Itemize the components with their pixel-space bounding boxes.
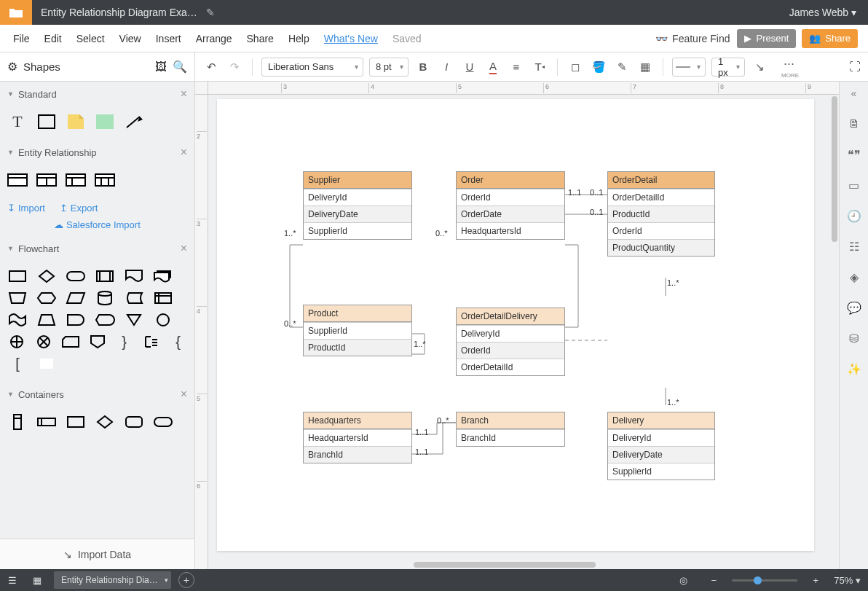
present-icon[interactable]: ▭: [845, 176, 863, 194]
section-flowchart[interactable]: ▼Flowchart×: [0, 236, 194, 261]
line-width-select[interactable]: 1 px: [711, 58, 745, 77]
er-shape-4[interactable]: [95, 172, 115, 188]
zoom-in-button[interactable]: +: [803, 569, 828, 591]
menu-view[interactable]: View: [112, 33, 149, 44]
menu-edit[interactable]: Edit: [37, 33, 69, 44]
zoom-level[interactable]: 75% ▾: [834, 575, 861, 586]
quotes-icon[interactable]: ❝❞: [845, 146, 863, 163]
cont-lane-v[interactable]: [7, 414, 28, 430]
shape-fill-button[interactable]: ◻: [567, 58, 584, 76]
user-menu[interactable]: James Webb ▾: [778, 7, 868, 18]
er-shape-2[interactable]: [36, 172, 57, 188]
bold-button[interactable]: B: [414, 58, 432, 76]
entity-odd[interactable]: OrderDetailDelivery DeliveryId OrderId O…: [456, 308, 565, 376]
section-containers[interactable]: ▼Containers×: [0, 382, 194, 407]
magic-icon[interactable]: ✨: [845, 360, 863, 377]
rect-shape[interactable]: [36, 114, 57, 130]
collapse-dock-icon[interactable]: «: [848, 85, 860, 102]
entity-delivery[interactable]: Delivery DeliveryId DeliveryDate Supplie…: [607, 412, 715, 480]
edit-title-icon[interactable]: ✎: [206, 7, 215, 18]
font-size-select[interactable]: 8 pt: [369, 58, 409, 77]
font-select[interactable]: Liberation Sans: [261, 58, 363, 77]
fc-terminator[interactable]: [66, 268, 86, 284]
undo-button[interactable]: ↶: [202, 58, 220, 76]
menu-select[interactable]: Select: [69, 33, 112, 44]
menu-help[interactable]: Help: [281, 33, 317, 44]
menu-file[interactable]: File: [6, 33, 37, 44]
fc-brace-r[interactable]: }: [115, 334, 133, 350]
fc-merge[interactable]: [124, 312, 144, 328]
fc-predef[interactable]: [95, 268, 115, 284]
add-page-button[interactable]: +: [178, 572, 194, 588]
section-standard[interactable]: ▼Standard×: [0, 82, 194, 106]
entity-supplier[interactable]: Supplier DeliveryId DeliveryDate Supplie…: [303, 171, 412, 240]
zoom-slider[interactable]: [732, 579, 797, 582]
text-options-button[interactable]: T◂: [531, 58, 548, 76]
fc-delay[interactable]: [66, 312, 86, 328]
text-color-button[interactable]: A: [484, 58, 502, 76]
data-icon[interactable]: ⛁: [845, 329, 863, 347]
entity-order[interactable]: Order OrderId OrderDate HeadquartersId: [456, 171, 565, 240]
fc-brace-l[interactable]: {: [169, 334, 187, 350]
share-button[interactable]: 👥 Share: [802, 29, 858, 48]
fc-note[interactable]: [142, 334, 160, 350]
fc-hex[interactable]: [36, 290, 57, 306]
fc-offpage[interactable]: [88, 334, 106, 350]
export-action[interactable]: ↥ Export: [60, 203, 98, 214]
close-icon[interactable]: ×: [181, 388, 187, 401]
redo-button[interactable]: ↷: [226, 58, 243, 76]
fill-color-button[interactable]: 🪣: [590, 58, 607, 76]
fc-multidoc[interactable]: [153, 268, 173, 284]
er-shape-3[interactable]: [66, 172, 86, 188]
section-er[interactable]: ▼Entity Relationship×: [0, 140, 194, 165]
grid-view-icon[interactable]: ▦: [25, 569, 50, 591]
text-shape[interactable]: T: [7, 114, 28, 130]
canvas-page[interactable]: Supplier DeliveryId DeliveryDate Supplie…: [217, 99, 814, 551]
fc-card[interactable]: [61, 334, 79, 350]
entity-orderdetail[interactable]: OrderDetail OrderDetailId ProductId Orde…: [607, 171, 715, 257]
fc-internal[interactable]: [153, 290, 173, 306]
fc-tape[interactable]: [7, 312, 28, 328]
present-button[interactable]: ▶ Present: [737, 29, 796, 48]
fullscreen-button[interactable]: ⛶: [849, 60, 861, 74]
page-tab[interactable]: Entity Relationship Dia…: [54, 571, 171, 589]
fc-blank[interactable]: [36, 356, 57, 372]
menu-arrange[interactable]: Arrange: [189, 33, 240, 44]
cont-round[interactable]: [124, 414, 144, 430]
history-icon[interactable]: 🕘: [845, 207, 863, 224]
salesforce-import[interactable]: ☁ Salesforce Import: [0, 218, 194, 236]
shape-options-button[interactable]: ▦: [636, 58, 654, 76]
target-icon[interactable]: ◎: [671, 569, 695, 591]
scrollbar-horizontal[interactable]: [414, 562, 596, 568]
cont-lane-h[interactable]: [36, 414, 57, 430]
feature-find[interactable]: 👓 Feature Find: [655, 33, 730, 44]
fc-bracket[interactable]: [: [7, 356, 28, 372]
fc-sum[interactable]: [34, 334, 52, 350]
line-style-select[interactable]: [672, 58, 706, 77]
fc-trap[interactable]: [36, 312, 57, 328]
entity-product[interactable]: Product SupplierId ProductId: [303, 305, 412, 356]
import-action[interactable]: ↧ Import: [7, 203, 45, 214]
align-button[interactable]: ≡: [508, 58, 525, 76]
comments-icon[interactable]: 🗎: [845, 115, 863, 133]
cont-pill[interactable]: [153, 414, 173, 430]
note-shape[interactable]: [66, 114, 86, 130]
cont-diamond[interactable]: [95, 414, 115, 430]
menu-share[interactable]: Share: [240, 33, 281, 44]
cont-rect[interactable]: [66, 414, 86, 430]
search-icon[interactable]: 🔍: [173, 60, 187, 74]
fc-rect[interactable]: [7, 268, 28, 284]
entity-hq[interactable]: Headquarters HeadquartersId BranchId: [303, 412, 412, 463]
folder-icon[interactable]: [0, 0, 32, 25]
fc-para[interactable]: [66, 290, 86, 306]
canvas-area[interactable]: 3 4 5 6 7 8 9 2 3 4 5 6: [195, 82, 868, 569]
underline-button[interactable]: U: [461, 58, 478, 76]
fc-or[interactable]: [7, 334, 25, 350]
close-icon[interactable]: ×: [181, 242, 187, 255]
fc-doc[interactable]: [124, 268, 144, 284]
close-icon[interactable]: ×: [181, 87, 187, 101]
gear-icon[interactable]: ⚙: [7, 60, 17, 74]
page-icon[interactable]: ◈: [845, 268, 863, 286]
italic-button[interactable]: I: [438, 58, 455, 76]
border-color-button[interactable]: ✎: [613, 58, 631, 76]
